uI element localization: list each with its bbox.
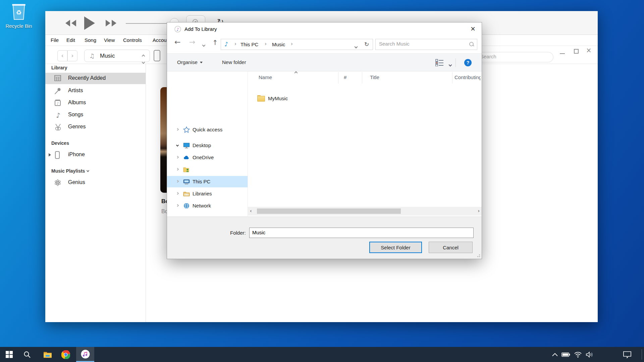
menu-view[interactable]: View bbox=[104, 37, 115, 43]
nav-up-icon[interactable]: ↑ bbox=[212, 39, 218, 47]
nav-history-chevron-icon[interactable] bbox=[203, 42, 205, 48]
file-row-mymusic[interactable]: MyMusic bbox=[253, 94, 354, 104]
rewind-button[interactable] bbox=[65, 19, 77, 27]
horizontal-scrollbar[interactable]: ‹ › bbox=[248, 207, 482, 216]
menu-song[interactable]: Song bbox=[85, 37, 96, 43]
expander-icon[interactable] bbox=[176, 156, 179, 159]
chrome-icon bbox=[61, 350, 70, 359]
expander-icon[interactable] bbox=[176, 204, 179, 207]
recycle-bin-shortcut[interactable]: ♻ Recycle Bin bbox=[5, 3, 33, 29]
menu-file[interactable]: File bbox=[51, 37, 59, 43]
new-folder-button[interactable]: New folder bbox=[222, 59, 246, 65]
svg-text:♻: ♻ bbox=[16, 9, 21, 16]
media-kind-value: Music bbox=[100, 53, 115, 59]
nav-back-icon[interactable]: ← bbox=[174, 38, 180, 46]
breadcrumb-music[interactable]: Music bbox=[272, 42, 285, 47]
recycle-bin-label: Recycle Bin bbox=[5, 23, 33, 29]
menu-controls[interactable]: Controls bbox=[123, 37, 142, 43]
media-kind-picker[interactable]: ♫ Music bbox=[84, 50, 150, 62]
atom-icon bbox=[54, 179, 64, 186]
dialog-close-button[interactable]: × bbox=[468, 24, 478, 34]
start-button[interactable] bbox=[0, 347, 18, 362]
search-icon bbox=[23, 351, 31, 358]
column-contributing-artists[interactable]: Contributing artists bbox=[454, 74, 481, 80]
folder-input-box[interactable] bbox=[249, 228, 474, 238]
sidebar-item-genius[interactable]: Genius bbox=[45, 177, 146, 188]
scrollbar-thumb[interactable] bbox=[257, 208, 401, 214]
select-folder-button[interactable]: Select Folder bbox=[369, 242, 422, 253]
tray-volume[interactable] bbox=[584, 347, 595, 362]
nav-forward-icon[interactable]: → bbox=[189, 38, 195, 46]
fast-forward-button[interactable] bbox=[105, 19, 117, 27]
organise-button[interactable]: Organise bbox=[177, 59, 203, 65]
help-button[interactable]: ? bbox=[464, 59, 472, 66]
expander-icon[interactable] bbox=[49, 153, 51, 157]
tree-item-quick-access[interactable]: Quick access bbox=[167, 124, 248, 135]
resize-grip[interactable] bbox=[475, 252, 480, 257]
itunes-search-input[interactable] bbox=[480, 54, 547, 59]
close-button[interactable]: × bbox=[586, 46, 591, 55]
minimize-button[interactable] bbox=[560, 53, 565, 54]
play-button[interactable] bbox=[83, 16, 96, 31]
forward-button[interactable]: › bbox=[67, 50, 77, 61]
back-button[interactable]: ‹ bbox=[57, 50, 67, 61]
tree-item-onedrive[interactable]: OneDrive bbox=[167, 152, 248, 163]
tray-battery[interactable] bbox=[560, 347, 571, 362]
menu-edit[interactable]: Edit bbox=[66, 37, 75, 43]
tree-item-label: Network bbox=[193, 203, 211, 208]
taskbar-chrome[interactable] bbox=[57, 347, 75, 362]
taskbar-itunes-active[interactable] bbox=[76, 347, 94, 362]
sidebar-item-label: Genius bbox=[68, 179, 85, 185]
dialog-search-input[interactable] bbox=[379, 41, 465, 47]
playlists-section-header[interactable]: Music Playlists bbox=[51, 168, 89, 174]
sidebar-item-label: Genres bbox=[68, 124, 86, 130]
tree-item-libraries[interactable]: Libraries bbox=[167, 188, 248, 199]
sidebar-item-label: Albums bbox=[68, 100, 86, 106]
scroll-left-icon[interactable]: ‹ bbox=[250, 208, 252, 214]
show-desktop-separator[interactable] bbox=[642, 349, 642, 360]
maximize-button[interactable] bbox=[574, 49, 579, 54]
folder-input[interactable] bbox=[252, 230, 470, 235]
taskbar-search-button[interactable] bbox=[18, 347, 36, 362]
details-view-icon[interactable] bbox=[435, 59, 444, 66]
tree-item-this-pc[interactable]: This PC bbox=[167, 176, 248, 187]
tray-wifi[interactable] bbox=[573, 347, 583, 362]
sidebar-item-songs[interactable]: ♪ Songs bbox=[45, 109, 146, 121]
taskbar-file-explorer[interactable] bbox=[39, 347, 57, 362]
cancel-button[interactable]: Cancel bbox=[429, 242, 473, 253]
breadcrumb[interactable]: ♪ › This PC › Music › bbox=[221, 39, 361, 50]
guitars-icon bbox=[54, 123, 64, 131]
sort-ascending-icon bbox=[294, 71, 298, 75]
sidebar-item-iphone[interactable]: iPhone bbox=[45, 149, 146, 161]
iphone-icon bbox=[154, 50, 160, 61]
expander-icon[interactable] bbox=[176, 128, 179, 131]
dialog-search-box[interactable] bbox=[375, 39, 477, 50]
tree-item-desktop[interactable]: Desktop bbox=[167, 140, 248, 151]
expander-icon[interactable] bbox=[176, 192, 179, 195]
breadcrumb-this-pc[interactable]: This PC bbox=[240, 42, 258, 47]
refresh-button[interactable]: ↻ bbox=[361, 39, 373, 50]
sidebar-item-albums[interactable]: ♪ Albums bbox=[45, 97, 146, 109]
expander-icon[interactable] bbox=[176, 144, 179, 146]
expander-icon[interactable] bbox=[176, 180, 179, 183]
speaker-icon bbox=[586, 352, 594, 358]
breadcrumb-separator-icon: › bbox=[234, 41, 236, 47]
device-iphone-button[interactable] bbox=[153, 49, 161, 62]
sidebar-item-artists[interactable]: Artists bbox=[45, 85, 146, 97]
tree-item-network[interactable]: Network bbox=[167, 200, 248, 212]
address-dropdown-icon[interactable] bbox=[355, 43, 357, 49]
tree-item-user-folder[interactable] bbox=[167, 164, 248, 175]
tray-show-hidden-icons[interactable] bbox=[550, 347, 560, 362]
tray-action-center[interactable] bbox=[620, 347, 635, 362]
this-pc-icon bbox=[183, 178, 190, 185]
network-globe-icon bbox=[183, 202, 190, 209]
sidebar-item-genres[interactable]: Genres bbox=[45, 121, 146, 133]
scroll-right-icon[interactable]: › bbox=[478, 208, 480, 214]
tree-item-label: Quick access bbox=[193, 127, 222, 132]
column-number[interactable]: # bbox=[344, 74, 346, 80]
views-dropdown-icon[interactable] bbox=[449, 61, 451, 67]
sidebar-item-recently-added[interactable]: Recently Added bbox=[45, 73, 146, 84]
column-name[interactable]: Name bbox=[259, 74, 272, 80]
expander-icon[interactable] bbox=[176, 168, 179, 171]
column-title[interactable]: Title bbox=[370, 74, 379, 80]
